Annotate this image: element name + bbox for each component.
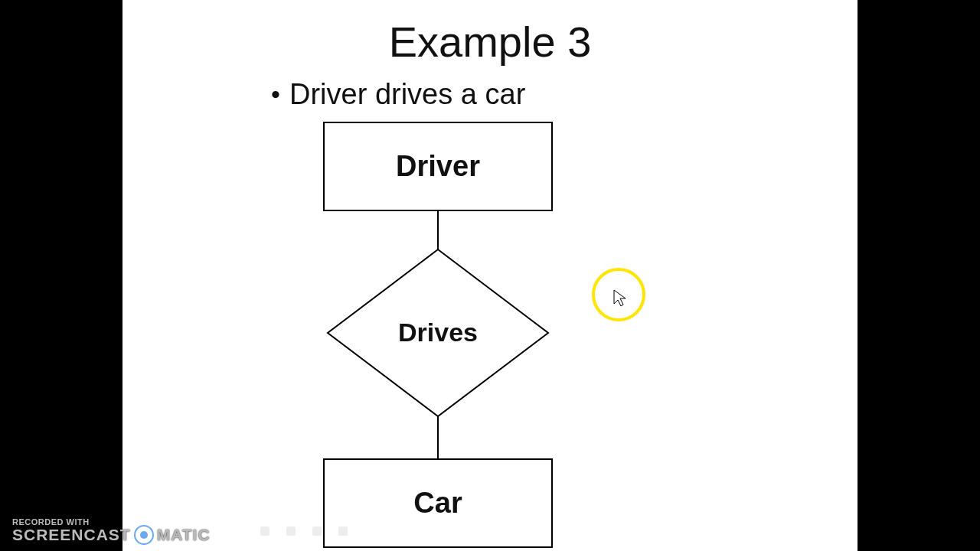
entity-driver-label: Driver <box>396 150 480 182</box>
relationship-label: Drives <box>398 318 478 347</box>
watermark: RECORDED WITH SCREENCAST MATIC <box>12 517 211 545</box>
cursor-icon <box>613 289 627 308</box>
er-diagram: Driver Drives Car <box>122 0 858 551</box>
nav-dot <box>338 527 348 536</box>
slide: Example 3 Driver drives a car Driver Dri… <box>122 0 858 551</box>
watermark-brand-left: SCREENCAST <box>12 526 131 544</box>
nav-dot <box>286 527 296 536</box>
nav-dot <box>312 527 322 536</box>
watermark-brand-right: MATIC <box>157 526 211 544</box>
entity-car-label: Car <box>413 487 462 519</box>
nav-dot <box>260 527 270 536</box>
slide-nav-dots <box>260 527 348 536</box>
watermark-logo-icon <box>134 525 154 545</box>
watermark-brand: SCREENCAST MATIC <box>12 525 211 545</box>
